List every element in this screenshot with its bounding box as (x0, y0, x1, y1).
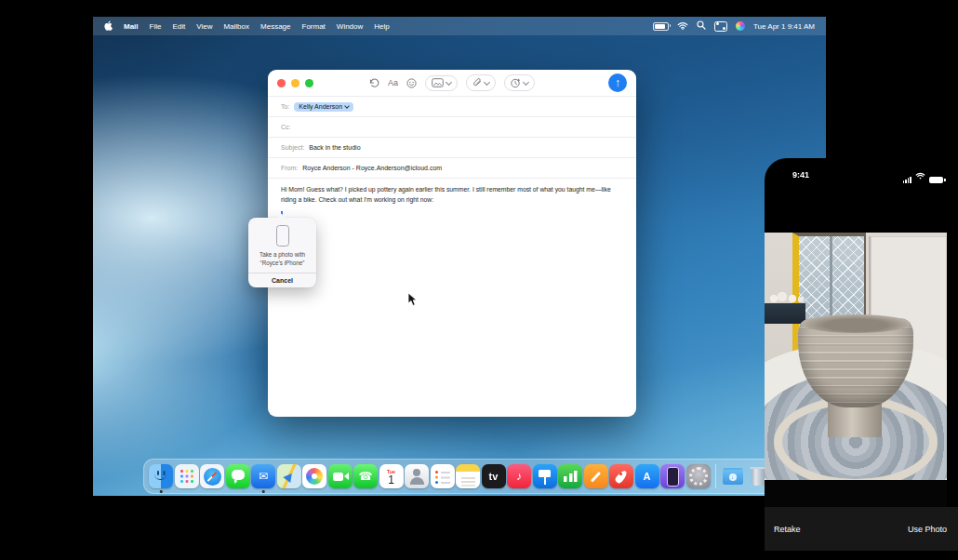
retake-button[interactable]: Retake (774, 525, 801, 534)
cc-field[interactable]: Cc: (268, 116, 636, 137)
menubar-clock[interactable]: Tue Apr 1 9:41 AM (753, 22, 815, 31)
menu-item-mailbox[interactable]: Mailbox (223, 22, 249, 31)
numbers-dock-icon[interactable] (558, 464, 582, 488)
running-indicator (160, 490, 163, 493)
to-field[interactable]: To: Kelly Anderson (268, 96, 636, 116)
undo-button[interactable] (369, 78, 379, 87)
battery-icon (929, 177, 943, 183)
maps-dock-icon[interactable] (277, 464, 301, 488)
messages-dock-icon[interactable] (226, 464, 250, 488)
emoji-icon (406, 78, 417, 88)
from-label: From: (281, 165, 298, 171)
iphone-outline-icon (276, 225, 289, 247)
continuity-camera-popup: Take a photo with “Royce’s iPhone” Cance… (248, 218, 316, 287)
mac-desktop: Mail File Edit View Mailbox Message Form… (93, 17, 826, 496)
subject-value: Back in the studio (309, 144, 360, 151)
siri-icon[interactable] (736, 21, 745, 31)
app-store-dock-icon[interactable]: A (635, 464, 659, 488)
dock-divider (715, 464, 716, 488)
apple-menu-icon[interactable] (104, 20, 113, 33)
subject-field[interactable]: Subject: Back in the studio (268, 137, 636, 157)
subject-label: Subject: (281, 144, 304, 151)
cancel-button[interactable]: Cancel (248, 273, 316, 287)
camera-photo-preview (765, 233, 947, 507)
iphone-device-dock-icon[interactable] (660, 464, 685, 488)
notes-dock-icon[interactable] (456, 464, 480, 488)
iphone-status-bar: 9:41 (765, 167, 947, 183)
to-label: To: (281, 103, 289, 110)
calendar-dock-icon[interactable]: Tue1 (379, 464, 404, 488)
attach-button[interactable] (466, 74, 496, 91)
format-button[interactable]: Aa (388, 78, 398, 87)
message-body[interactable]: Hi Mom! Guess what? I picked up pottery … (268, 178, 636, 220)
menu-item-window[interactable]: Window (337, 22, 363, 31)
wifi-icon[interactable] (677, 21, 688, 32)
pages-dock-icon[interactable] (584, 464, 608, 488)
minimize-window-button[interactable] (291, 79, 299, 87)
menu-item-view[interactable]: View (196, 22, 212, 31)
recipient-token[interactable]: Kelly Anderson (294, 102, 353, 112)
downloads-dock-icon[interactable] (721, 464, 745, 488)
from-field[interactable]: From: Royce Anderson - Royce.Anderson@ic… (268, 157, 636, 178)
photo-browser-button[interactable] (425, 75, 458, 91)
close-window-button[interactable] (277, 79, 286, 87)
send-later-button[interactable] (504, 74, 535, 91)
from-value: Royce Anderson - Royce.Anderson@icloud.c… (302, 165, 442, 171)
recipient-name: Kelly Anderson (299, 103, 342, 110)
emoji-button[interactable] (406, 78, 417, 88)
reminders-dock-icon[interactable] (431, 464, 455, 488)
message-text: Hi Mom! Guess what? I picked up pottery … (281, 186, 611, 203)
system-settings-dock-icon[interactable] (686, 464, 711, 488)
menu-item-edit[interactable]: Edit (172, 22, 185, 31)
keynote-dock-icon[interactable] (533, 464, 557, 488)
facetime-dock-icon[interactable] (328, 464, 353, 488)
chevron-down-icon (344, 103, 350, 109)
menu-item-help[interactable]: Help (374, 22, 389, 31)
control-center-icon[interactable] (714, 21, 727, 32)
iphone-screen: 9:41 Retake (765, 158, 958, 560)
launchpad-dock-icon[interactable] (175, 464, 199, 488)
cc-label: Cc: (281, 124, 291, 130)
chevron-down-icon (484, 78, 490, 85)
photo-shelf (765, 303, 805, 324)
dock: ✉☎Tue1tv♪A (143, 459, 776, 494)
safari-dock-icon[interactable] (200, 464, 224, 488)
popup-text: Take a photo with “Royce’s iPhone” (248, 251, 316, 268)
photo-letterbox (765, 480, 947, 507)
undo-icon (369, 78, 379, 87)
contacts-dock-icon[interactable] (405, 464, 429, 488)
iphone-status-icons (903, 167, 943, 183)
screen: Mail File Edit View Mailbox Message Form… (0, 0, 958, 560)
window-controls (277, 79, 313, 87)
photo-browser-icon (432, 78, 444, 87)
mouse-cursor (407, 292, 418, 311)
compose-tool-icons: Aa (369, 74, 535, 91)
mail-compose-window: Aa (268, 70, 636, 417)
send-button[interactable]: ↑ (608, 73, 627, 92)
iphone-clock: 9:41 (792, 170, 809, 180)
tv-dock-icon[interactable]: tv (482, 464, 506, 488)
menu-bar: Mail File Edit View Mailbox Message Form… (93, 17, 826, 35)
menu-item-format[interactable]: Format (302, 22, 326, 31)
paperclip-icon (472, 78, 482, 88)
phone-dock-icon[interactable]: ☎ (353, 464, 378, 488)
rocket-app-dock-icon[interactable] (609, 464, 633, 488)
cellular-signal-icon (903, 177, 911, 184)
camera-action-bar: Retake Use Photo (765, 507, 958, 551)
menu-item-mail[interactable]: Mail (124, 22, 139, 31)
music-dock-icon[interactable]: ♪ (507, 464, 531, 488)
mail-dock-icon[interactable]: ✉ (251, 464, 275, 488)
menu-item-message[interactable]: Message (260, 22, 290, 31)
zoom-window-button[interactable] (305, 79, 313, 87)
send-icon: ↑ (615, 76, 620, 89)
use-photo-button[interactable]: Use Photo (908, 525, 947, 534)
finder-dock-icon[interactable] (149, 464, 173, 488)
spotlight-icon[interactable] (697, 20, 706, 32)
chevron-down-icon (446, 78, 452, 85)
compose-toolbar: Aa (268, 70, 636, 96)
wifi-icon (915, 167, 925, 183)
battery-icon[interactable] (653, 22, 669, 31)
menu-item-file[interactable]: File (150, 22, 162, 31)
photos-dock-icon[interactable] (302, 464, 326, 488)
popup-line2: “Royce’s iPhone” (252, 260, 313, 268)
